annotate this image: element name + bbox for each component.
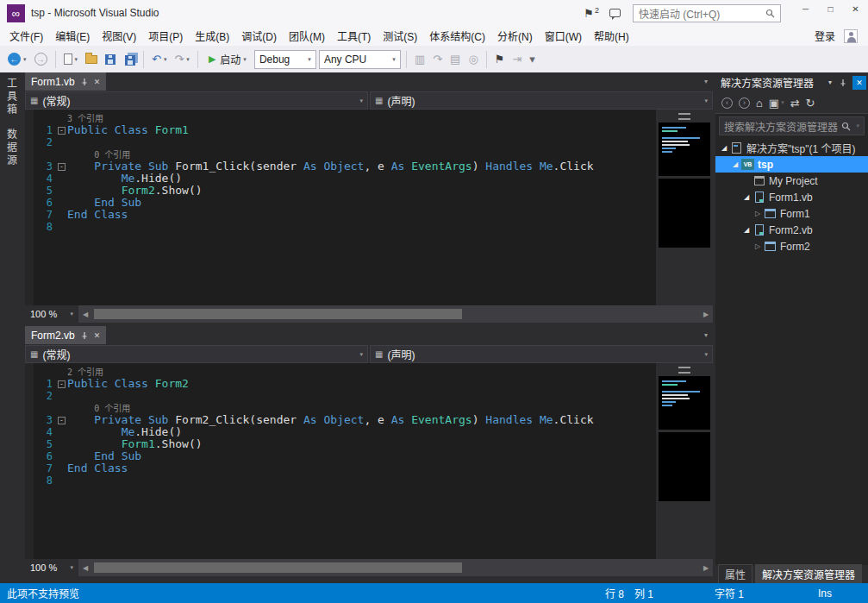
code-editor[interactable]: 3 个引用1-Public Class Form12 0 个引用3- Priva… [25,110,713,305]
menu-item-5[interactable]: 调试(D) [235,26,283,46]
pin-icon[interactable] [80,331,89,340]
scroll-left-icon[interactable]: ◀ [78,564,92,572]
explorer-forward-icon[interactable]: › [739,97,750,109]
code-line[interactable]: 0 个引用 [25,402,656,414]
tree-item-1[interactable]: ◢VBtsp [715,156,868,173]
expanded-arrow-icon[interactable]: ◢ [730,160,740,168]
line-number[interactable] [25,402,56,414]
document-tab-1[interactable]: Form2.vb ✕ [25,326,106,344]
line-number[interactable]: 7 [25,462,56,474]
save-all-icon[interactable] [121,49,138,70]
properties-tab[interactable]: 属性 [718,564,752,584]
tab-list-chevron-icon[interactable]: ▾ [704,331,708,339]
close-icon[interactable]: ✕ [94,331,101,340]
solution-configuration-dropdown[interactable]: Debug ▾ [254,50,316,69]
explorer-search-input[interactable]: 搜索解决方案资源管理器 ▾ [719,116,865,135]
menu-item-6[interactable]: 团队(M) [283,26,331,46]
scrollbar-map[interactable] [656,110,713,305]
code-line[interactable]: 6 End Sub [25,450,656,462]
code-line[interactable]: 3- Private Sub Form2_Click(sender As Obj… [25,414,656,426]
code-line[interactable]: 0 个引用 [25,148,656,160]
scope-dropdown[interactable]: ▦ (常规) ▾ [25,91,368,110]
notifications-flag-icon[interactable]: ⚑ [584,7,594,20]
menu-item-9[interactable]: 体系结构(C) [423,26,491,46]
expanded-arrow-icon[interactable]: ◢ [741,193,752,201]
member-dropdown[interactable]: ▦ (声明) ▾ [370,91,713,110]
code-line[interactable]: 5 Form1.Show() [25,438,656,450]
menu-item-7[interactable]: 工具(T) [331,26,377,46]
code-line[interactable]: 7End Class [25,209,656,221]
scope-dropdown[interactable]: ▦ (常规) ▾ [25,345,368,363]
code-line[interactable]: 2 [25,136,656,148]
data-sources-tab[interactable]: 数据源 [4,129,19,167]
code-line[interactable]: 6 End Sub [25,197,656,209]
minimize-button[interactable]: ─ [793,0,818,18]
code-line[interactable]: 4 Me.Hide() [25,426,656,438]
save-icon[interactable] [103,49,118,70]
pin-icon[interactable] [837,79,849,87]
nav-back-icon[interactable]: ←▾ [5,49,29,70]
fold-margin[interactable]: - [56,160,67,173]
fold-margin[interactable]: - [56,378,67,390]
new-file-icon[interactable]: ▾ [61,49,81,70]
scrollbar-thumb[interactable] [94,562,462,573]
line-number[interactable]: 4 [25,426,56,438]
horizontal-scrollbar[interactable]: ◀ ▶ [78,559,713,576]
close-icon[interactable]: ✕ [852,76,866,90]
refresh-icon[interactable]: ↻ [806,97,815,109]
menu-item-4[interactable]: 生成(B) [189,26,235,46]
menu-item-12[interactable]: 帮助(H) [588,26,635,46]
show-all-files-icon[interactable]: ▣▾ [769,97,784,109]
scroll-left-icon[interactable]: ◀ [78,311,92,318]
tree-item-6[interactable]: ▷Form2 [715,238,868,254]
code-line[interactable]: 2 个引用 [25,366,656,378]
menu-item-0[interactable]: 文件(F) [3,26,49,46]
nav-forward-icon[interactable]: → [32,49,50,70]
code-line[interactable]: 8 [25,221,656,233]
sign-in-link[interactable]: 登录 [815,28,835,43]
tree-item-3[interactable]: ◢Form1.vb [715,189,868,205]
line-number[interactable]: 2 [25,136,56,148]
undo-icon[interactable]: ↶▾ [149,49,169,70]
line-number[interactable]: 4 [25,173,56,185]
code-editor[interactable]: 2 个引用1-Public Class Form22 0 个引用3- Priva… [25,363,713,559]
line-number[interactable]: 6 [25,197,56,209]
horizontal-scrollbar[interactable]: ◀ ▶ [78,305,713,323]
tree-item-2[interactable]: My Project [715,173,868,189]
menu-item-11[interactable]: 窗口(W) [539,26,588,46]
scrollbar-thumb[interactable] [94,309,462,319]
zoom-dropdown[interactable]: 100 % ▾ [25,559,78,576]
code-line[interactable]: 4 Me.Hide() [25,173,656,185]
expanded-arrow-icon[interactable]: ◢ [741,226,752,234]
line-number[interactable]: 2 [25,390,56,402]
line-number[interactable]: 1 [25,378,56,390]
document-tab-0[interactable]: Form1.vb ✕ [25,72,106,91]
tree-item-4[interactable]: ▷Form1 [715,205,868,222]
line-number[interactable]: 5 [25,185,56,197]
maximize-button[interactable]: □ [818,0,843,18]
open-file-icon[interactable] [83,49,100,70]
quick-launch-input[interactable]: 快速启动 (Ctrl+Q) [633,4,781,22]
menu-item-2[interactable]: 视图(V) [96,26,142,46]
code-line[interactable]: 1-Public Class Form1 [25,124,656,136]
code-line[interactable]: 2 [25,390,656,402]
collapsed-arrow-icon[interactable]: ▷ [752,210,763,217]
line-number[interactable]: 1 [25,124,56,136]
home-icon[interactable]: ⌂ [756,97,763,109]
solution-explorer-tab[interactable]: 解决方案资源管理器 [755,564,862,584]
toolbox-tab[interactable]: 工具箱 [4,78,19,116]
watch-icon[interactable]: ◎ [465,49,480,70]
code-line[interactable]: 3- Private Sub Form1_Click(sender As Obj… [25,160,656,173]
fold-collapse-icon[interactable]: - [58,417,66,424]
line-number[interactable]: 3 [25,414,56,426]
line-number[interactable] [25,366,56,378]
pin-icon[interactable] [80,78,89,86]
fold-margin[interactable]: - [56,414,67,426]
tab-list-chevron-icon[interactable]: ▾ [704,78,708,85]
menu-item-1[interactable]: 编辑(E) [49,26,96,46]
fold-collapse-icon[interactable]: - [58,380,66,388]
line-number[interactable]: 3 [25,160,56,173]
code-line[interactable]: 3 个引用 [25,112,656,124]
redo-icon[interactable]: ↷▾ [172,49,191,70]
splitter-grip-icon[interactable] [678,113,690,120]
